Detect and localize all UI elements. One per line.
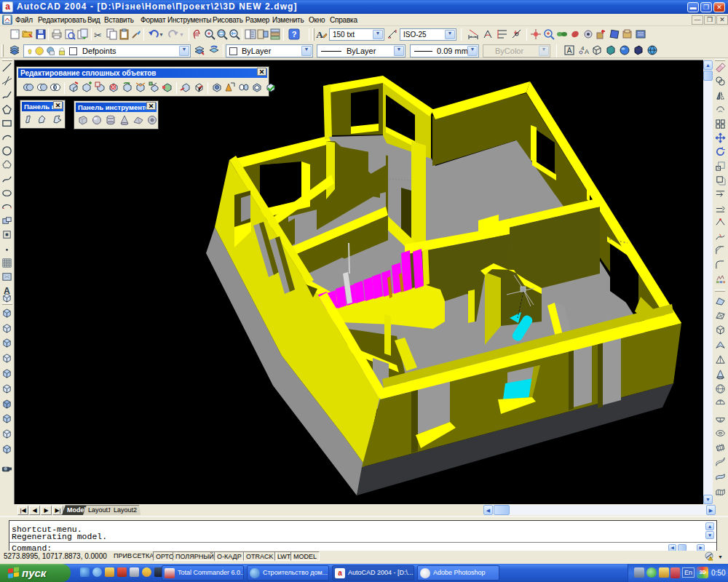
svg-text:A: A [316, 29, 323, 40]
svg-text:A: A [585, 48, 589, 55]
svg-text:A: A [567, 47, 572, 55]
svg-text:?: ? [292, 30, 297, 39]
